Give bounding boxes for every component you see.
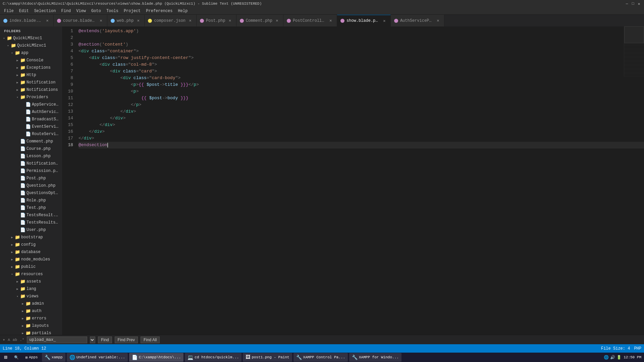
sidebar-item-app[interactable]: ▾ 📁 app [0, 49, 62, 57]
tab-close-icon[interactable]: ✕ [187, 18, 193, 23]
sidebar-item-lang[interactable]: ▶ 📁 lang [0, 285, 62, 293]
taskbar-item-sublime[interactable]: 📄 C:\xampp\htdocs\... [129, 353, 183, 362]
taskbar-item-paint[interactable]: 🖼 post1.png - Paint [243, 353, 292, 362]
taskbar-item-xampp-control[interactable]: 🔧 XAMPP Control Pa... [293, 353, 348, 362]
sidebar-item-node-modules[interactable]: ▶ 📁 node_modules [0, 256, 62, 263]
menu-view[interactable]: View [73, 7, 89, 14]
sidebar-item-resources[interactable]: ▾ 📁 resources [0, 270, 62, 278]
sidebar-item-label: resources [21, 272, 43, 277]
menu-goto[interactable]: Goto [89, 7, 104, 14]
tab-close-icon[interactable]: ✕ [45, 18, 50, 23]
sidebar-item-lesson-php[interactable]: 📄 Lesson.php [0, 153, 62, 160]
search-button[interactable]: 🔍 [11, 353, 21, 362]
find-all-button[interactable]: Find All [141, 337, 160, 343]
tab-index-blade[interactable]: index.blade.php ✕ [0, 15, 54, 26]
tab-close-icon[interactable]: ✕ [227, 18, 233, 23]
sidebar-item-config[interactable]: ▶ 📁 config [0, 241, 62, 248]
sidebar-item-routeserviceprovider[interactable]: 📄 RouteServiceProvider.php [0, 130, 62, 138]
sidebar-item-partials[interactable]: ▶ 📁 partials [0, 329, 62, 335]
file-icon: 📄 [20, 198, 25, 203]
tab-close-icon[interactable]: ✕ [136, 18, 141, 23]
apps-button[interactable]: ⊞ Apps [23, 353, 41, 362]
sidebar-item-views[interactable]: ▾ 📁 views [0, 293, 62, 300]
sidebar-item-appserviceprovider[interactable]: 📄 AppServiceProvider.php [0, 101, 62, 108]
taskbar-item-terminal[interactable]: 💻 cd htdocs/quicklm... [185, 353, 241, 362]
sidebar-item-authserviceprovider[interactable]: 📄 AuthServiceProvider.php [0, 108, 62, 116]
regex-btn[interactable]: .* [20, 338, 24, 342]
tab-post-php[interactable]: Post.php ✕ [197, 15, 236, 26]
sidebar-item-exceptions[interactable]: ▶ 📁 Exceptions [0, 64, 62, 71]
arrow-icon: ▶ [9, 250, 15, 254]
line-number: 3 [62, 41, 73, 48]
tab-composer-json[interactable]: composer.json ✕ [145, 15, 197, 26]
find-input[interactable] [27, 337, 87, 343]
sidebar-item-role-php[interactable]: 📄 Role.php [0, 197, 62, 204]
sidebar-item-test-php[interactable]: 📄 Test.php [0, 204, 62, 212]
tab-authserviceprovider-php[interactable]: AuthServiceProvider.php ✕ [391, 15, 444, 26]
sidebar-item-testsresult-php[interactable]: 📄 TestsResult.php [0, 212, 62, 219]
menu-file[interactable]: File [1, 7, 16, 14]
sidebar-item-notifications[interactable]: ▶ 📁 Notifications [0, 86, 62, 94]
tab-close-icon[interactable]: ✕ [328, 18, 333, 23]
sidebar-item-permission-php[interactable]: 📄 Permission.php [0, 167, 62, 175]
tab-close-icon[interactable]: ✕ [435, 18, 441, 23]
menu-tools[interactable]: Tools [104, 7, 121, 14]
tab-close-icon[interactable]: ✕ [382, 18, 387, 23]
menu-project[interactable]: Project [121, 7, 143, 14]
sidebar-item-quicklmszxc1[interactable]: ▾ 📁 QuickLMSzxc1 [0, 42, 62, 49]
sidebar-item-eventserviceprovider[interactable]: 📄 EventServiceProvider.php [0, 123, 62, 130]
tab-course-blade[interactable]: course.blade.php ✕ [54, 15, 107, 26]
menu-help[interactable]: Help [175, 7, 191, 14]
case-sensitive-btn[interactable]: A [8, 338, 10, 342]
sidebar-item-database[interactable]: ▶ 📁 database [0, 248, 62, 256]
maximize-button[interactable]: □ [631, 1, 635, 6]
folder-icon: 📁 [15, 249, 20, 255]
menu-selection[interactable]: Selection [32, 7, 59, 14]
find-dropdown[interactable]: ▾ [90, 337, 95, 343]
sidebar-item-comment-php[interactable]: 📄 Comment.php [0, 138, 62, 145]
sidebar-item-console[interactable]: ▶ 📁 Console [0, 57, 62, 64]
sidebar-item-bootstrap[interactable]: ▶ 📁 bootstrap [0, 234, 62, 241]
sidebar-item-label: Lesson.php [26, 154, 51, 159]
sidebar-item-notification[interactable]: ▶ 📁 Notification [0, 79, 62, 86]
sidebar-item-providers[interactable]: ▾ 📁 Providers [0, 94, 62, 101]
sidebar-item-quicklmszxc1-root[interactable]: ▾ 📁 QuickLMSzxc1 [0, 35, 62, 42]
menu-find[interactable]: Find [58, 7, 73, 14]
code-editor[interactable]: 1 2 3 4 5 6 7 8 9 10 11 12 13 14 15 16 1… [62, 26, 644, 335]
menu-preferences[interactable]: Preferences [143, 7, 175, 14]
word-match-btn[interactable]: ab [13, 338, 17, 342]
find-button[interactable]: Find [98, 337, 112, 343]
tab-comment-php[interactable]: Comment.php ✕ [236, 15, 283, 26]
sidebar-item-user-php[interactable]: 📄 User.php [0, 226, 62, 234]
sidebar-item-auth[interactable]: ▶ 📁 auth [0, 307, 62, 315]
code-content[interactable]: @extends('layouts.app') @section('conten… [77, 28, 644, 148]
taskbar-item-xampp-windo[interactable]: 🔧 XAMPP for Windo... [349, 353, 401, 362]
sidebar-item-assets[interactable]: ▶ 📁 assets [0, 278, 62, 285]
sidebar-item-post-php[interactable]: 📄 Post.php [0, 175, 62, 182]
sidebar-item-questionsoption-php[interactable]: 📄 QuestionsOption.php [0, 189, 62, 197]
sidebar-item-broadcastserviceprovider[interactable]: 📄 BroadcastServiceProvide... [0, 116, 62, 123]
sidebar-item-layouts[interactable]: ▶ 📁 layouts [0, 322, 62, 329]
sidebar-item-public[interactable]: ▶ 📁 public [0, 263, 62, 270]
tab-close-icon[interactable]: ✕ [98, 18, 104, 23]
sidebar-item-course-php[interactable]: 📄 Course.php [0, 145, 62, 153]
menu-edit[interactable]: Edit [16, 7, 32, 14]
find-prev-button[interactable]: Find Prev [115, 337, 138, 343]
taskbar-item-xampp[interactable]: 🔧 xampp [42, 353, 65, 362]
tab-show-blade[interactable]: show.blade.php ✕ [337, 15, 391, 26]
tab-web-php[interactable]: web.php ✕ [107, 15, 145, 26]
close-button[interactable]: ✕ [637, 1, 641, 6]
tab-postcontroller-php[interactable]: PostController.php ✕ [283, 15, 337, 26]
sidebar-item-http[interactable]: ▶ 📁 Http [0, 71, 62, 79]
sidebar-item-admin[interactable]: ▶ 📁 admin [0, 300, 62, 307]
sidebar-item-testsresultsanswer-php[interactable]: 📄 TestsResultsAnswer.php [0, 219, 62, 226]
minimize-button[interactable]: — [625, 1, 629, 6]
sidebar-item-label: Providers [26, 95, 48, 100]
file-icon: 📄 [20, 205, 25, 210]
taskbar-item-browser[interactable]: 🌐 Undefined variable:... [67, 353, 128, 362]
sidebar-item-notification-php[interactable]: 📄 Notification.php [0, 160, 62, 167]
sidebar-item-errors[interactable]: ▶ 📁 errors [0, 315, 62, 322]
tab-close-icon[interactable]: ✕ [274, 18, 280, 23]
start-button[interactable]: ⊞ [1, 353, 10, 362]
sidebar-item-question-php[interactable]: 📄 Question.php [0, 182, 62, 189]
